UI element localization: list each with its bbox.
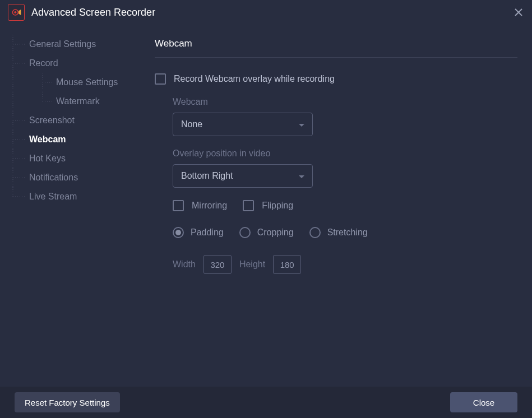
mirroring-checkbox[interactable] — [173, 200, 184, 211]
width-input[interactable] — [203, 255, 232, 274]
record-overlay-checkbox[interactable] — [155, 73, 166, 85]
cropping-option[interactable]: Cropping — [239, 227, 294, 238]
app-icon — [8, 4, 25, 21]
titlebar: Advanced Screen Recorder — [0, 0, 532, 25]
padding-option[interactable]: Padding — [173, 227, 224, 238]
record-overlay-row: Record Webcam overlay while recording — [155, 73, 517, 85]
cropping-label: Cropping — [257, 227, 294, 238]
sidebar-item-label: General Settings — [29, 39, 96, 49]
sidebar-item-label: Webcam — [29, 134, 66, 145]
webcam-select-label: Webcam — [173, 97, 517, 107]
overlay-position-group: Overlay position in video Bottom Right — [155, 148, 517, 188]
sidebar-item-general-settings[interactable]: General Settings — [11, 35, 138, 54]
main-panel: Webcam Record Webcam overlay while recor… — [138, 25, 532, 387]
webcam-select[interactable]: None — [173, 113, 313, 136]
stretching-radio[interactable] — [309, 227, 321, 238]
sidebar-item-hot-keys[interactable]: Hot Keys — [11, 149, 138, 168]
width-label: Width — [173, 259, 196, 270]
chevron-down-icon — [299, 171, 304, 181]
mirroring-option[interactable]: Mirroring — [173, 200, 227, 211]
sidebar-item-label: Hot Keys — [29, 154, 66, 164]
reset-factory-button[interactable]: Reset Factory Settings — [15, 392, 120, 412]
app-title: Advanced Screen Recorder — [31, 7, 513, 18]
mirroring-label: Mirroring — [192, 201, 227, 211]
sidebar: General Settings Record Mouse Settings W… — [0, 25, 138, 387]
overlay-position-select[interactable]: Bottom Right — [173, 164, 313, 188]
flipping-label: Flipping — [262, 201, 293, 211]
sidebar-item-watermark[interactable]: Watermark — [11, 92, 138, 111]
record-overlay-label: Record Webcam overlay while recording — [174, 74, 335, 84]
sidebar-item-record[interactable]: Record — [11, 54, 138, 73]
webcam-select-value: None — [181, 119, 202, 129]
overlay-position-value: Bottom Right — [181, 171, 233, 181]
mirror-flip-row: Mirroring Flipping — [155, 200, 517, 211]
flipping-option[interactable]: Flipping — [243, 200, 293, 211]
svg-point-1 — [14, 11, 16, 13]
height-label: Height — [239, 259, 265, 270]
close-button[interactable]: Close — [450, 392, 517, 412]
chevron-down-icon — [299, 119, 304, 129]
overlay-position-label: Overlay position in video — [173, 148, 517, 159]
window-close-icon[interactable] — [513, 7, 524, 18]
dimensions-row: Width Height — [155, 255, 517, 274]
height-input[interactable] — [273, 255, 301, 274]
stretching-label: Stretching — [327, 227, 368, 238]
sidebar-item-label: Live Stream — [29, 192, 77, 202]
webcam-select-group: Webcam None — [155, 97, 517, 136]
sidebar-item-live-stream[interactable]: Live Stream — [11, 187, 138, 206]
sidebar-item-label: Record — [29, 58, 58, 68]
sidebar-item-label: Watermark — [56, 96, 100, 106]
sidebar-item-label: Notifications — [29, 173, 78, 183]
stretching-option[interactable]: Stretching — [309, 227, 368, 238]
padding-radio[interactable] — [173, 227, 184, 238]
sidebar-item-webcam[interactable]: Webcam — [11, 130, 138, 149]
sidebar-item-notifications[interactable]: Notifications — [11, 168, 138, 187]
cropping-radio[interactable] — [239, 227, 251, 238]
scale-mode-row: Padding Cropping Stretching — [155, 227, 517, 238]
section-title: Webcam — [155, 38, 517, 58]
padding-label: Padding — [191, 227, 224, 238]
sidebar-item-label: Screenshot — [29, 115, 75, 126]
sidebar-item-label: Mouse Settings — [56, 77, 118, 87]
sidebar-item-mouse-settings[interactable]: Mouse Settings — [11, 73, 138, 92]
flipping-checkbox[interactable] — [243, 200, 254, 211]
sidebar-item-screenshot[interactable]: Screenshot — [11, 111, 138, 130]
footer: Reset Factory Settings Close — [0, 387, 532, 418]
